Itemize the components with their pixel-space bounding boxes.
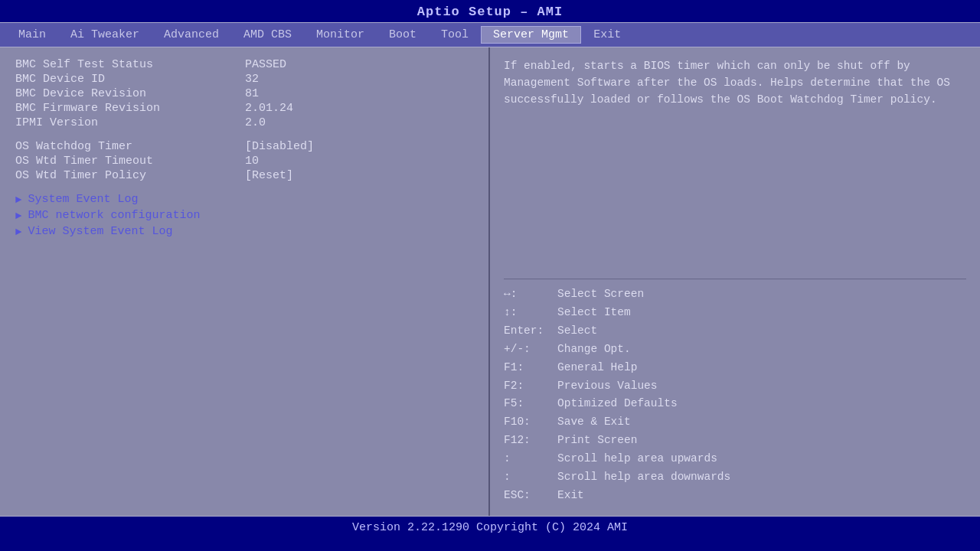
info-row: BMC Device Revision81 — [15, 87, 473, 100]
shortcut-key: F1: — [504, 359, 557, 377]
shortcut-row: ↔:Select Screen — [504, 285, 966, 304]
shortcut-row: F10:Save & Exit — [504, 413, 966, 432]
shortcut-row: F1:General Help — [504, 359, 966, 377]
submenu-label: BMC network configuration — [28, 209, 200, 222]
shortcut-key: ↕: — [504, 304, 557, 322]
info-row: BMC Firmware Revision2.01.24 — [15, 102, 473, 115]
shortcut-row: ↕:Select Item — [504, 304, 966, 322]
info-label: BMC Self Test Status — [15, 58, 245, 71]
main-content: BMC Self Test StatusPASSEDBMC Device ID3… — [0, 47, 980, 516]
nav-item-amd-cbs[interactable]: AMD CBS — [231, 26, 304, 44]
footer-bar: Version 2.22.1290 Copyright (C) 2024 AMI — [0, 516, 980, 540]
shortcut-action: General Help — [557, 361, 637, 373]
info-label: BMC Device Revision — [15, 87, 245, 100]
shortcut-key: : — [504, 468, 557, 487]
info-label: BMC Device ID — [15, 73, 245, 86]
option-row[interactable]: OS Watchdog Timer[Disabled] — [15, 140, 473, 153]
shortcut-key: F2: — [504, 377, 557, 396]
submenu-label: System Event Log — [28, 193, 138, 206]
shortcut-action: Select Item — [557, 306, 631, 318]
nav-item-server-mgmt[interactable]: Server Mgmt — [481, 26, 581, 44]
option-row[interactable]: OS Wtd Timer Timeout10 — [15, 155, 473, 168]
option-row[interactable]: OS Wtd Timer Policy[Reset] — [15, 169, 473, 182]
info-value: 32 — [245, 73, 259, 86]
shortcut-row: F12:Print Screen — [504, 432, 966, 450]
shortcut-key: F12: — [504, 432, 557, 450]
shortcut-row: Enter:Select — [504, 322, 966, 341]
shortcut-key: Enter: — [504, 322, 557, 341]
nav-bar: MainAi TweakerAdvancedAMD CBSMonitorBoot… — [0, 22, 980, 47]
nav-item-ai-tweaker[interactable]: Ai Tweaker — [58, 26, 152, 44]
info-row: BMC Device ID32 — [15, 73, 473, 86]
info-value: 2.0 — [245, 116, 266, 129]
info-row: IPMI Version2.0 — [15, 116, 473, 129]
info-label: BMC Firmware Revision — [15, 102, 245, 115]
info-value: 2.01.24 — [245, 102, 293, 115]
shortcut-action: Previous Values — [557, 380, 658, 392]
help-divider — [504, 279, 966, 279]
nav-item-main[interactable]: Main — [6, 26, 58, 44]
shortcut-row: F5:Optimized Defaults — [504, 395, 966, 413]
shortcut-key: F5: — [504, 395, 557, 413]
shortcut-action: Select — [557, 324, 597, 337]
nav-item-exit[interactable]: Exit — [581, 26, 633, 44]
shortcut-key: F10: — [504, 413, 557, 432]
shortcut-row: :Scroll help area upwards — [504, 450, 966, 468]
shortcut-action: Scroll help area downwards — [557, 471, 730, 483]
shortcut-key: ESC: — [504, 487, 557, 505]
shortcut-action: Select Screen — [557, 288, 644, 300]
submenu-item[interactable]: ►View System Event Log — [15, 225, 473, 238]
option-value: [Reset] — [245, 169, 293, 182]
shortcut-row: F2:Previous Values — [504, 377, 966, 396]
nav-item-advanced[interactable]: Advanced — [152, 26, 231, 44]
footer-text: Version 2.22.1290 Copyright (C) 2024 AMI — [352, 521, 628, 534]
submenu-arrow-icon: ► — [15, 194, 21, 206]
shortcut-action: Print Screen — [557, 434, 637, 446]
shortcut-action: Scroll help area upwards — [557, 452, 717, 465]
option-label: OS Wtd Timer Policy — [15, 169, 245, 182]
shortcut-row: :Scroll help area downwards — [504, 468, 966, 487]
title-bar: Aptio Setup – AMI — [0, 0, 980, 22]
shortcut-row: +/-:Change Opt. — [504, 341, 966, 359]
shortcut-key: : — [504, 450, 557, 468]
shortcut-action: Save & Exit — [557, 416, 631, 428]
submenu-arrow-icon: ► — [15, 226, 21, 238]
option-value: [Disabled] — [245, 140, 314, 153]
shortcut-key: ↔: — [504, 285, 557, 304]
option-label: OS Wtd Timer Timeout — [15, 155, 245, 168]
right-panel: If enabled, starts a BIOS timer which ca… — [490, 47, 980, 516]
shortcut-row: ESC:Exit — [504, 487, 966, 505]
info-label: IPMI Version — [15, 116, 245, 129]
shortcut-key: +/-: — [504, 341, 557, 359]
shortcut-action: Exit — [557, 489, 584, 501]
shortcut-action: Optimized Defaults — [557, 397, 678, 409]
info-value: PASSED — [245, 58, 286, 71]
info-row: BMC Self Test StatusPASSED — [15, 58, 473, 71]
option-value: 10 — [245, 155, 259, 168]
submenu-label: View System Event Log — [28, 225, 172, 238]
nav-item-tool[interactable]: Tool — [429, 26, 481, 44]
help-text: If enabled, starts a BIOS timer which ca… — [504, 58, 966, 271]
left-panel: BMC Self Test StatusPASSEDBMC Device ID3… — [0, 47, 490, 516]
nav-item-monitor[interactable]: Monitor — [304, 26, 377, 44]
info-value: 81 — [245, 87, 259, 100]
submenu-arrow-icon: ► — [15, 210, 21, 222]
app-title: Aptio Setup – AMI — [417, 5, 563, 19]
submenu-item[interactable]: ►System Event Log — [15, 193, 473, 206]
option-label: OS Watchdog Timer — [15, 140, 245, 153]
shortcut-action: Change Opt. — [557, 343, 631, 355]
shortcut-list: ↔:Select Screen↕:Select ItemEnter:Select… — [504, 285, 966, 505]
submenu-item[interactable]: ►BMC network configuration — [15, 209, 473, 222]
nav-item-boot[interactable]: Boot — [377, 26, 429, 44]
